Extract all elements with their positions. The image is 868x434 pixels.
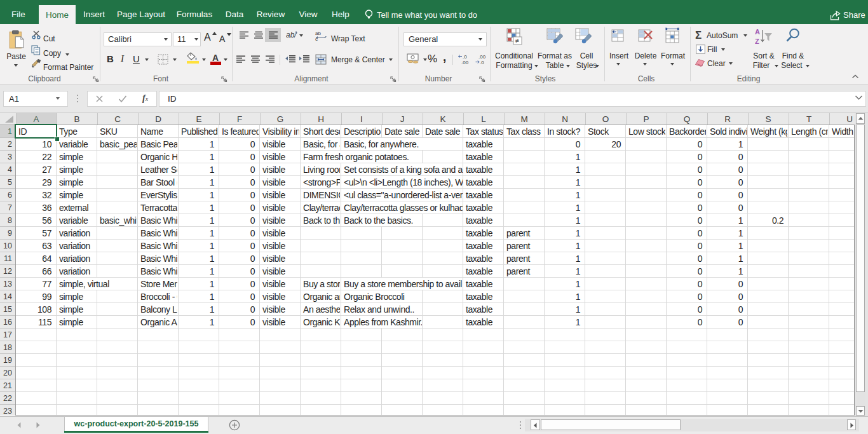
svg-text:c: c — [315, 36, 318, 41]
svg-text:ab: ab — [286, 31, 295, 39]
svg-text:.0: .0 — [480, 60, 484, 65]
svg-text:.00: .00 — [478, 54, 486, 60]
svg-text:≠: ≠ — [515, 37, 519, 44]
svg-text:.0: .0 — [463, 54, 467, 60]
svg-text:.00: .00 — [461, 60, 469, 65]
svg-text:ab: ab — [315, 31, 321, 36]
svg-text:Z: Z — [755, 37, 759, 45]
svg-text:A: A — [755, 28, 760, 36]
